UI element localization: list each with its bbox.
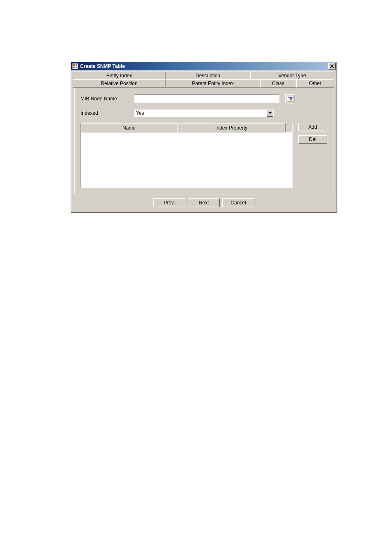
tab-parent-entity-index[interactable]: Parent Entity Index [166, 79, 260, 88]
svg-rect-2 [76, 64, 77, 66]
dropdown-arrow [267, 109, 273, 117]
indexed-row: Indexed Yes [81, 109, 327, 117]
tab-description[interactable]: Description [166, 72, 250, 80]
column-header-name[interactable]: Name [81, 123, 177, 132]
tab-panel: MIB Node Name Indexed Yes [74, 87, 333, 194]
mib-node-input[interactable] [134, 94, 279, 103]
mib-node-label: MIB Node Name [81, 96, 134, 102]
table-body [81, 132, 292, 188]
cancel-button[interactable]: Cancel [222, 198, 254, 207]
del-button[interactable]: Del [298, 135, 327, 144]
next-button[interactable]: Next [188, 198, 220, 207]
svg-rect-9 [290, 98, 292, 100]
chevron-down-icon [269, 112, 272, 114]
close-icon [330, 65, 334, 68]
tab-vendor-type[interactable]: Vendor Type [250, 72, 334, 80]
mib-node-row: MIB Node Name [81, 94, 327, 103]
tab-class[interactable]: Class [260, 79, 296, 88]
dialog-footer: Prev. Next Cancel [71, 194, 337, 212]
svg-rect-4 [76, 67, 77, 68]
indexed-select-value: Yes [134, 110, 267, 116]
svg-rect-1 [73, 64, 75, 66]
tabs: Entity IndexDescriptionVendor Type Relat… [71, 70, 337, 194]
prev-button[interactable]: Prev. [153, 198, 185, 207]
column-header-index-property[interactable]: Index Property [177, 123, 286, 132]
indexed-select[interactable]: Yes [134, 109, 274, 117]
tab-other[interactable]: Other [296, 79, 334, 88]
tab-entity-index[interactable]: Entity Index [73, 72, 166, 80]
browse-mib-button[interactable] [285, 94, 295, 103]
svg-rect-8 [288, 97, 293, 98]
index-properties-area: NameIndex Property Add Del [81, 123, 327, 188]
add-button[interactable]: Add [298, 123, 327, 131]
app-icon [72, 63, 78, 70]
svg-rect-3 [73, 67, 75, 68]
close-button[interactable] [328, 63, 336, 70]
indexed-label: Indexed [81, 110, 134, 116]
tab-relative-position[interactable]: Relative Position [73, 79, 166, 88]
titlebar: Create SNMP Table [71, 62, 337, 70]
index-properties-table: NameIndex Property [81, 123, 293, 188]
browse-icon [287, 96, 293, 102]
svg-marker-10 [269, 112, 272, 114]
dialog-window: Create SNMP Table Entity IndexDescriptio… [71, 62, 337, 213]
window-title: Create SNMP Table [80, 63, 328, 69]
